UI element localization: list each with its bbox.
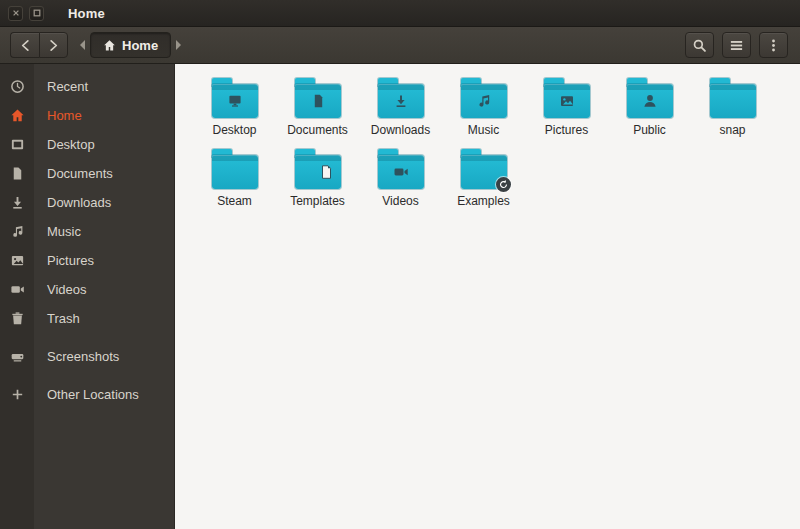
view-toggle-button[interactable] bbox=[722, 32, 751, 58]
folder-item-music[interactable]: Music bbox=[442, 78, 525, 137]
sidebar-item-pictures[interactable]: Pictures bbox=[0, 246, 174, 275]
back-button[interactable] bbox=[10, 32, 39, 58]
link-emblem-icon bbox=[496, 177, 511, 192]
template-page-emblem-icon bbox=[318, 164, 334, 180]
path-button-home[interactable]: Home bbox=[90, 32, 171, 58]
video-camera-icon bbox=[0, 282, 34, 297]
sidebar-item-label: Home bbox=[34, 108, 174, 123]
forward-button[interactable] bbox=[39, 32, 68, 58]
frame-icon bbox=[0, 137, 34, 152]
sidebar-item-music[interactable]: Music bbox=[0, 217, 174, 246]
toolbar-actions bbox=[685, 32, 788, 58]
path-scroll-right-icon[interactable] bbox=[176, 40, 181, 50]
folder-label: Downloads bbox=[371, 123, 430, 137]
sidebar-item-label: Pictures bbox=[34, 253, 174, 268]
folder-icon bbox=[212, 149, 258, 189]
folder-label: Desktop bbox=[212, 123, 256, 137]
toolbar: Home bbox=[0, 27, 800, 64]
sidebar-item-recent[interactable]: Recent bbox=[0, 72, 174, 101]
search-icon bbox=[692, 38, 707, 53]
list-view-icon bbox=[729, 38, 744, 53]
plus-icon bbox=[0, 387, 34, 402]
sidebar-item-screenshots[interactable]: Screenshots bbox=[0, 342, 174, 371]
folder-icon bbox=[710, 78, 756, 118]
window-body: Recent Home Desktop Documents Downloads … bbox=[0, 64, 800, 529]
sidebar: Recent Home Desktop Documents Downloads … bbox=[0, 64, 175, 529]
sidebar-item-videos[interactable]: Videos bbox=[0, 275, 174, 304]
folder-label: Steam bbox=[217, 194, 252, 208]
sidebar-item-trash[interactable]: Trash bbox=[0, 304, 174, 333]
music-note-icon bbox=[0, 224, 34, 239]
picture-icon bbox=[0, 253, 34, 268]
vertical-dots-icon bbox=[766, 38, 781, 53]
folder-label: snap bbox=[719, 123, 745, 137]
folder-label: Documents bbox=[287, 123, 348, 137]
music-note-emblem-icon bbox=[476, 93, 492, 109]
sidebar-item-label: Downloads bbox=[34, 195, 174, 210]
photo-emblem-icon bbox=[559, 93, 575, 109]
sidebar-item-other-locations[interactable]: Other Locations bbox=[0, 380, 174, 409]
maximize-button[interactable] bbox=[29, 6, 44, 21]
folder-label: Templates bbox=[290, 194, 345, 208]
sidebar-item-label: Music bbox=[34, 224, 174, 239]
home-icon bbox=[103, 39, 116, 52]
sidebar-item-label: Documents bbox=[34, 166, 174, 181]
folder-label: Music bbox=[468, 123, 499, 137]
folder-item-public[interactable]: Public bbox=[608, 78, 691, 137]
folder-item-examples[interactable]: Examples bbox=[442, 149, 525, 208]
arrow-down-emblem-icon bbox=[393, 93, 409, 109]
sidebar-item-label: Videos bbox=[34, 282, 174, 297]
file-view[interactable]: Desktop Documents Downloads bbox=[175, 64, 800, 529]
file-manager-window: Home Home Recent bbox=[0, 0, 800, 529]
titlebar: Home bbox=[0, 0, 800, 27]
clock-icon bbox=[0, 79, 34, 94]
folder-item-templates[interactable]: Templates bbox=[276, 149, 359, 208]
sidebar-item-documents[interactable]: Documents bbox=[0, 159, 174, 188]
menu-button[interactable] bbox=[759, 32, 788, 58]
folder-label: Videos bbox=[382, 194, 418, 208]
history-nav-group bbox=[10, 32, 68, 58]
search-button[interactable] bbox=[685, 32, 714, 58]
drive-icon bbox=[0, 349, 34, 364]
forward-arrow-icon bbox=[46, 38, 61, 53]
folder-label: Pictures bbox=[545, 123, 588, 137]
sidebar-item-home[interactable]: Home bbox=[0, 101, 174, 130]
folder-item-documents[interactable]: Documents bbox=[276, 78, 359, 137]
sidebar-item-downloads[interactable]: Downloads bbox=[0, 188, 174, 217]
folder-icon bbox=[212, 78, 258, 118]
sidebar-item-desktop[interactable]: Desktop bbox=[0, 130, 174, 159]
maximize-icon bbox=[33, 9, 41, 17]
sidebar-item-label: Recent bbox=[34, 79, 174, 94]
sidebar-item-label: Screenshots bbox=[34, 349, 174, 364]
download-icon bbox=[0, 195, 34, 210]
folder-item-videos[interactable]: Videos bbox=[359, 149, 442, 208]
path-label: Home bbox=[122, 38, 158, 53]
window-title: Home bbox=[68, 6, 105, 21]
sidebar-item-label: Other Locations bbox=[34, 387, 174, 402]
folder-item-steam[interactable]: Steam bbox=[193, 149, 276, 208]
folder-item-pictures[interactable]: Pictures bbox=[525, 78, 608, 137]
folder-icon bbox=[295, 78, 341, 118]
path-bar: Home bbox=[80, 32, 181, 58]
back-arrow-icon bbox=[18, 38, 33, 53]
folder-item-snap[interactable]: snap bbox=[691, 78, 774, 137]
path-scroll-left-icon[interactable] bbox=[80, 40, 85, 50]
person-emblem-icon bbox=[642, 93, 658, 109]
folder-icon bbox=[461, 78, 507, 118]
close-button[interactable] bbox=[8, 6, 23, 21]
folder-icon bbox=[378, 149, 424, 189]
folder-item-desktop[interactable]: Desktop bbox=[193, 78, 276, 137]
window-controls bbox=[8, 6, 44, 21]
folder-item-downloads[interactable]: Downloads bbox=[359, 78, 442, 137]
folder-label: Examples bbox=[457, 194, 510, 208]
folder-icon bbox=[627, 78, 673, 118]
sidebar-item-label: Desktop bbox=[34, 137, 174, 152]
folder-icon bbox=[295, 149, 341, 189]
folder-icon bbox=[461, 149, 507, 189]
document-icon bbox=[0, 166, 34, 181]
sidebar-item-label: Trash bbox=[34, 311, 174, 326]
trash-icon bbox=[0, 311, 34, 326]
folder-grid: Desktop Documents Downloads bbox=[193, 78, 786, 208]
close-icon bbox=[12, 9, 20, 17]
video-camera-emblem-icon bbox=[393, 164, 409, 180]
